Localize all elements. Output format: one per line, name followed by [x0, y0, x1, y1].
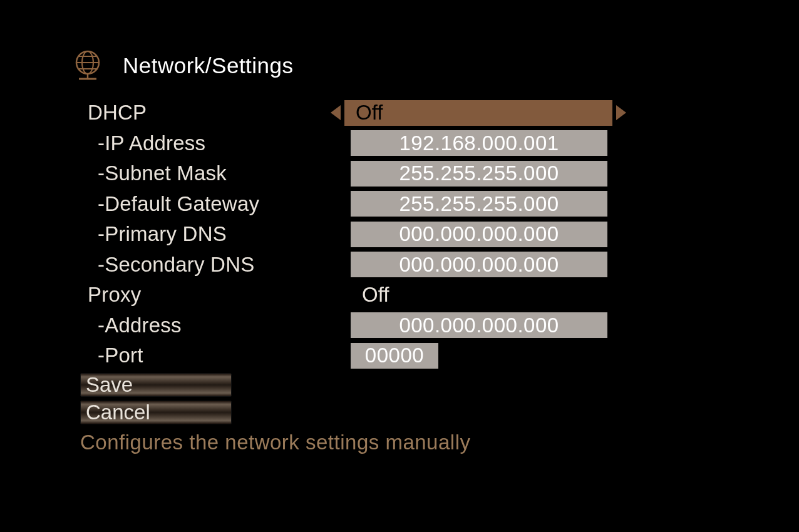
label-secondary-dns: -Secondary DNS — [84, 253, 344, 277]
chevron-right-icon[interactable] — [616, 105, 626, 120]
row-proxy[interactable]: Proxy Off — [84, 280, 612, 310]
label-dhcp: DHCP — [84, 101, 344, 125]
row-default-gateway[interactable]: -Default Gateway 255.255.255.000 — [84, 189, 612, 220]
label-primary-dns: -Primary DNS — [84, 222, 344, 246]
label-subnet-mask: -Subnet Mask — [84, 161, 344, 185]
row-primary-dns[interactable]: -Primary DNS 000.000.000.000 — [84, 219, 612, 250]
label-default-gateway: -Default Gateway — [84, 192, 344, 216]
primary-dns-input[interactable]: 000.000.000.000 — [351, 222, 607, 247]
cancel-button[interactable]: Cancel — [80, 401, 232, 424]
secondary-dns-input[interactable]: 000.000.000.000 — [351, 252, 607, 277]
hint-text: Configures the network settings manually — [80, 431, 470, 454]
dhcp-selector[interactable]: Off — [344, 100, 612, 126]
globe-icon — [70, 48, 105, 83]
label-proxy: Proxy — [84, 283, 344, 307]
row-secondary-dns[interactable]: -Secondary DNS 000.000.000.000 — [84, 250, 612, 280]
row-dhcp[interactable]: DHCP Off — [84, 98, 612, 128]
row-subnet-mask[interactable]: -Subnet Mask 255.255.255.000 — [84, 158, 612, 189]
label-ip-address: -IP Address — [84, 131, 344, 155]
save-button[interactable]: Save — [80, 373, 232, 397]
dhcp-value: Off — [356, 101, 383, 125]
action-buttons: Save Cancel — [80, 373, 232, 428]
row-proxy-port[interactable]: -Port 00000 — [84, 340, 612, 371]
settings-list: DHCP Off -IP Address 192.168.000.001 -Su… — [84, 98, 612, 371]
label-proxy-port: -Port — [84, 344, 344, 367]
ip-address-input[interactable]: 192.168.000.001 — [351, 130, 607, 156]
proxy-address-input[interactable]: 000.000.000.000 — [351, 312, 607, 338]
chevron-left-icon[interactable] — [331, 105, 341, 120]
page-header: Network/Settings — [70, 48, 294, 83]
page-title: Network/Settings — [123, 54, 294, 76]
label-proxy-address: -Address — [84, 314, 344, 337]
row-ip-address[interactable]: -IP Address 192.168.000.001 — [84, 128, 612, 159]
proxy-value: Off — [344, 283, 389, 307]
default-gateway-input[interactable]: 255.255.255.000 — [351, 191, 607, 217]
proxy-port-input[interactable]: 00000 — [351, 343, 438, 369]
row-proxy-address[interactable]: -Address 000.000.000.000 — [84, 310, 612, 341]
subnet-mask-input[interactable]: 255.255.255.000 — [351, 161, 607, 187]
